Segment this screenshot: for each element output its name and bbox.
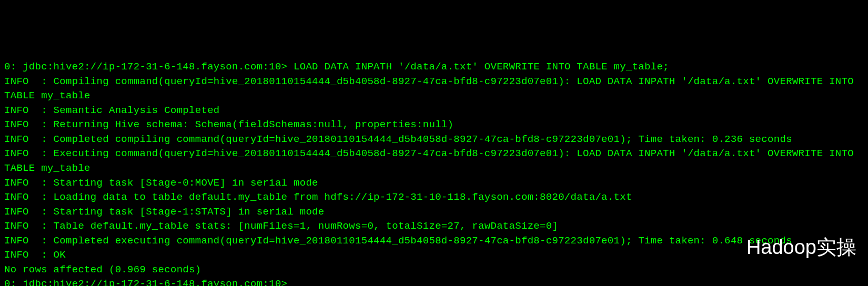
terminal-prompt-2: 0: jdbc:hive2://ip-172-31-6-148.fayson.c… xyxy=(4,278,287,286)
terminal-result-line: No rows affected (0.969 seconds) xyxy=(4,264,201,275)
watermark-text: Hadoop实操 xyxy=(746,233,856,262)
terminal-log-line: INFO : Starting task [Stage-0:MOVE] in s… xyxy=(4,177,318,189)
terminal-log-line: INFO : Compiling command(queryId=hive_20… xyxy=(4,76,860,102)
terminal-log-line: INFO : OK xyxy=(4,249,66,261)
terminal-log-line: INFO : Returning Hive schema: Schema(fie… xyxy=(4,119,453,130)
watermark: Hadoop实操 xyxy=(712,233,856,262)
terminal-prompt-1: 0: jdbc:hive2://ip-172-31-6-148.fayson.c… xyxy=(4,61,287,73)
terminal-command: LOAD DATA INPATH '/data/a.txt' OVERWRITE… xyxy=(287,61,669,73)
terminal-log-line: INFO : Table default.my_table stats: [nu… xyxy=(4,220,558,232)
terminal-log-line: INFO : Executing command(queryId=hive_20… xyxy=(4,148,860,174)
terminal-log-line: INFO : Completed compiling command(query… xyxy=(4,134,792,145)
terminal-log-line: INFO : Starting task [Stage-1:STATS] in … xyxy=(4,206,325,218)
terminal-log-line: INFO : Completed executing command(query… xyxy=(4,235,792,247)
terminal-log-line: INFO : Loading data to table default.my_… xyxy=(4,191,632,203)
wechat-icon xyxy=(712,233,741,262)
terminal-log-line: INFO : Semantic Analysis Completed xyxy=(4,105,220,116)
